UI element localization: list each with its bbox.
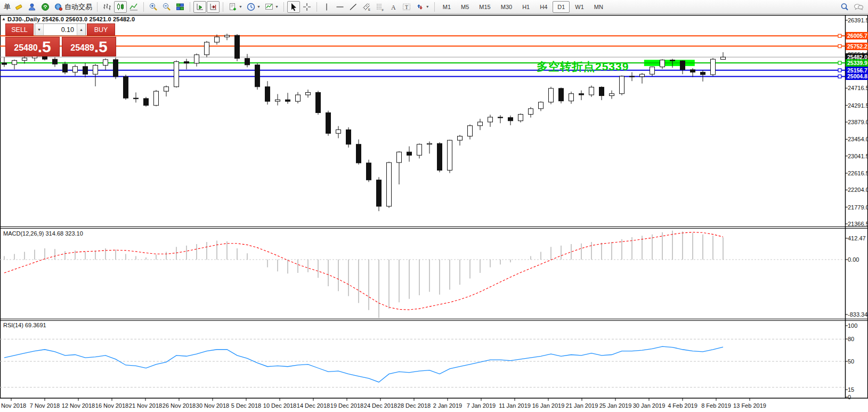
timeframe-M1[interactable]: M1 [438, 1, 456, 13]
main-toolbar: 单 自动交易 ▼ ▼ [0, 0, 868, 14]
rsi-scale-label: 80 [848, 336, 854, 342]
line-chart-icon [129, 2, 139, 12]
auto-scroll-icon [195, 2, 205, 12]
text-label-icon: T [402, 2, 411, 12]
profile-button[interactable] [26, 1, 38, 13]
chat-button[interactable] [851, 1, 865, 13]
date-axis-label: 24 Dec 2018 [364, 402, 397, 409]
volume-input[interactable] [44, 24, 77, 35]
templates-button[interactable]: ▼ [226, 1, 244, 13]
crosshair-button[interactable] [301, 1, 313, 13]
chart-shift-button[interactable] [207, 1, 220, 13]
timeframe-H4[interactable]: H4 [535, 1, 552, 13]
fibonacci-button[interactable]: F [374, 1, 386, 13]
volume-increase-button[interactable]: ▲ [77, 24, 85, 35]
eraser-button[interactable] [12, 1, 25, 13]
zoom-out-button[interactable] [160, 1, 173, 13]
sell-price-main: 25480 [14, 41, 38, 55]
pane-collapse-icon[interactable]: ▲ [2, 17, 6, 21]
dropdown-caret[interactable]: ▼ [275, 5, 279, 9]
price-badge: 25004.8 [846, 72, 868, 80]
auto-scroll-button[interactable] [193, 1, 206, 13]
zoom-in-button[interactable] [147, 1, 160, 13]
symbol-period: DJ30-,Daily [7, 16, 40, 22]
indicators-icon [264, 2, 274, 12]
timeframe-M15[interactable]: M15 [474, 1, 495, 13]
timeframe-M5[interactable]: M5 [456, 1, 474, 13]
price-scale-label: 21779.0 [848, 204, 868, 211]
arrows-button[interactable]: ▼ [413, 1, 431, 13]
sell-button[interactable]: SELL [5, 23, 34, 36]
date-axis-label: 30 Nov 2018 [196, 402, 229, 409]
turning-point-annotation: 多空转折点25339 [537, 59, 629, 74]
signal-icon [40, 2, 50, 12]
bar-chart-icon [102, 2, 112, 12]
buy-price-display[interactable]: 25489 .5 [62, 37, 116, 56]
buy-price-main: 25489 [70, 41, 94, 55]
equidistant-channel-button[interactable]: E [360, 1, 373, 13]
autotrade-icon [54, 2, 63, 12]
timeframe-H1[interactable]: H1 [517, 1, 534, 13]
sell-price-pip: .5 [38, 39, 51, 55]
bar-chart-button[interactable] [101, 1, 113, 13]
chart-shift-icon [208, 2, 218, 12]
chart-canvas[interactable] [0, 0, 868, 412]
dropdown-caret[interactable]: ▼ [257, 5, 261, 9]
horizontal-line-button[interactable] [334, 1, 346, 13]
new-order-button[interactable]: 单 [3, 2, 12, 12]
text-label-button[interactable]: T [400, 1, 413, 13]
svg-text:T: T [405, 4, 408, 10]
trendline-button[interactable] [347, 1, 360, 13]
price-scale-label: 22616.5 [848, 170, 868, 176]
date-axis-label: 19 Dec 2018 [330, 402, 363, 409]
arrows-icon [415, 2, 425, 12]
timeframe-D1[interactable]: D1 [553, 1, 570, 13]
price-badge: 25339.9 [846, 59, 868, 67]
periods-button[interactable]: ▼ [245, 1, 262, 13]
price-scale-label: 24716.5 [848, 85, 868, 91]
rsi-indicator-label: RSI(14) 69.3691 [3, 322, 46, 328]
periods-clock-icon [246, 2, 256, 12]
date-axis-label: 7 Nov 2018 [30, 402, 60, 409]
date-axis-label: 28 Dec 2018 [398, 402, 431, 409]
date-axis-label: 21 Nov 2018 [129, 402, 162, 409]
timeframe-W1[interactable]: W1 [570, 1, 589, 13]
signal-button[interactable] [39, 1, 52, 13]
search-icon [840, 2, 849, 12]
line-chart-button[interactable] [127, 1, 140, 13]
price-badge: 25752.2 [846, 43, 868, 50]
profile-icon [27, 2, 37, 12]
search-button[interactable] [838, 1, 851, 13]
date-axis-label: 13 Feb 2019 [733, 402, 766, 409]
indicators-button[interactable]: ▼ [263, 1, 280, 13]
autotrade-button[interactable]: 自动交易 [52, 1, 94, 13]
rsi-scale-label: 0 [848, 394, 851, 400]
dropdown-caret[interactable]: ▼ [426, 5, 429, 9]
price-scale-label: 23879.0 [848, 119, 868, 125]
dropdown-caret[interactable]: ▼ [239, 5, 242, 9]
volume-decrease-button[interactable]: ▼ [35, 24, 44, 35]
text-button[interactable]: A [387, 1, 400, 13]
vertical-line-button[interactable] [320, 1, 333, 13]
cursor-button[interactable] [287, 1, 300, 13]
sell-price-display[interactable]: 25480 .5 [5, 37, 60, 56]
text-icon: A [388, 2, 398, 12]
timeframe-M30[interactable]: M30 [496, 1, 517, 13]
chart-title: DJ30-,Daily 25426.0 25603.0 25421.0 2548… [7, 16, 135, 22]
cursor-icon [289, 2, 298, 12]
candlestick-chart-icon [116, 2, 125, 12]
date-axis-label: 25 Jan 2019 [599, 402, 632, 409]
svg-text:F: F [382, 8, 384, 11]
candlestick-chart-button[interactable] [114, 1, 127, 13]
buy-button[interactable]: BUY [87, 23, 115, 36]
fibonacci-icon: F [375, 2, 385, 12]
date-axis-label: 12 Nov 2018 [62, 402, 95, 409]
mt4-trading-app: { "toolbar": { "new_order_label": "单", "… [0, 0, 868, 412]
date-axis-label: 10 Dec 2018 [263, 402, 296, 409]
timeframe-MN[interactable]: MN [589, 1, 608, 13]
date-axis-label: 5 Dec 2018 [231, 402, 261, 409]
tile-windows-button[interactable] [174, 1, 186, 13]
toolbar-separator [283, 2, 284, 12]
chat-icon [853, 2, 864, 12]
volume-stepper: ▼ ▲ [35, 23, 86, 36]
